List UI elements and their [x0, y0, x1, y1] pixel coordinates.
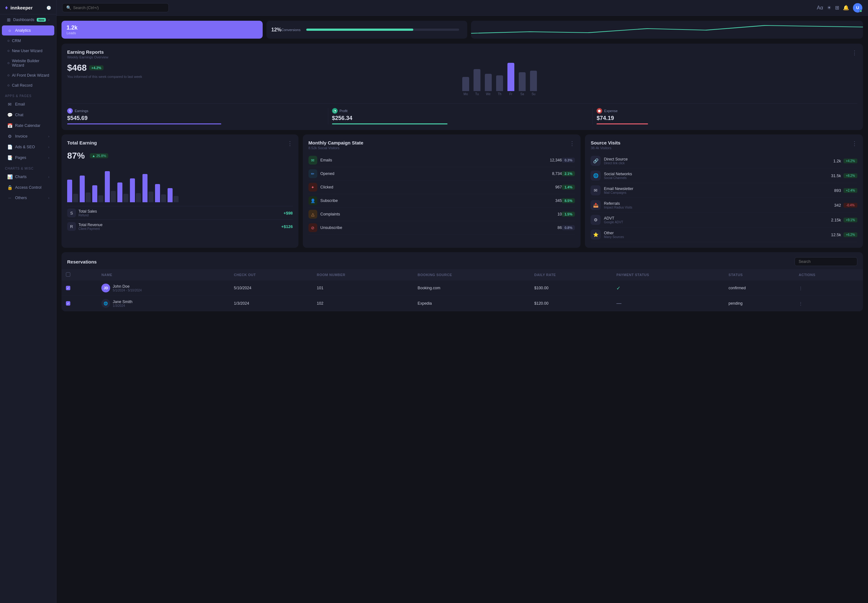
earning-reports-subtitle: Weekly Earnings Overview: [67, 55, 108, 59]
chevron-icon: ›: [48, 145, 49, 149]
source-row-email-newsletter: ✉ Email Newsletter Mail Campaigns 893 +2…: [590, 183, 857, 198]
bottom-row: Total Earning ⋮ 87% ▲ 25.8%: [62, 135, 863, 248]
sidebar-item-analytics[interactable]: ○ Analytics: [2, 25, 54, 36]
row-value: +$126: [281, 224, 293, 229]
translate-icon[interactable]: Aα: [817, 5, 823, 11]
sidebar-label-ads-seo: Ads & SEO: [15, 145, 46, 149]
sidebar-item-new-user-wizard[interactable]: New User Wizard: [2, 46, 54, 56]
sidebar-item-rate-calendar[interactable]: 📅 Rate Calendar: [2, 121, 54, 131]
sidebar-item-website-builder-wizard[interactable]: Website Builder Wizard: [2, 56, 54, 70]
clock-icon: 🕐: [46, 6, 51, 10]
invoice-icon: ⚙: [7, 134, 12, 139]
table-row: ✓ 🌐 Jane Smith 1/3/2024 1/3/2024 102 Exp…: [62, 296, 863, 311]
online-indicator: [860, 10, 862, 12]
search-bar[interactable]: 🔍: [62, 3, 169, 12]
sidebar-item-dashboards[interactable]: ⊞ Dashboards New ›: [2, 15, 54, 25]
campaign-row-opened: ✏ Opened 8,734 2.1%: [308, 167, 575, 181]
sidebar-item-email[interactable]: ✉ Email: [2, 99, 54, 109]
sidebar-item-crm[interactable]: CRM: [2, 36, 54, 46]
select-all-checkbox[interactable]: [66, 272, 70, 277]
row-actions-menu[interactable]: ⋮: [799, 302, 803, 306]
sidebar-label-others: Others: [15, 196, 46, 200]
campaign-name: Clicked: [321, 185, 546, 189]
source-sub: Mail Campaigns: [604, 191, 828, 195]
fin-label: S Earnings: [67, 108, 324, 114]
brightness-icon[interactable]: ☀: [827, 5, 831, 11]
campaign-pct: 1.5%: [562, 212, 575, 217]
campaign-count: 8,734: [546, 172, 562, 176]
search-input[interactable]: [73, 6, 165, 10]
fin-item-earnings: S Earnings $545.69: [67, 108, 328, 124]
bar: [519, 72, 526, 91]
rate-cell: $120.00: [530, 296, 612, 311]
earning-reports-card: Earning Reports Weekly Earnings Overview…: [62, 44, 863, 130]
source-badge: +9.1%: [843, 218, 857, 223]
progress-bar: [306, 29, 459, 31]
bell-icon[interactable]: 🔔: [843, 5, 849, 11]
col-header-7: STATUS: [724, 269, 795, 280]
sidebar-item-others[interactable]: ··· Others ›: [2, 193, 54, 203]
source-menu[interactable]: ⋮: [852, 140, 857, 147]
dot-icon: [8, 74, 9, 76]
campaign-row-subscribe: 👤 Subscribe 345 8.5%: [308, 194, 575, 207]
reservations-card: Reservations NAMECHECK OUTROOM NUMBERBOO…: [62, 252, 863, 311]
sidebar-item-ads-seo[interactable]: 📄 Ads & SEO ›: [2, 142, 54, 152]
sidebar-item-chat[interactable]: 💬 Chat: [2, 110, 54, 120]
campaign-pct: 8.5%: [562, 198, 575, 203]
campaign-menu[interactable]: ⋮: [569, 140, 575, 147]
col-header-2: CHECK OUT: [230, 269, 312, 280]
blue-bar: [80, 176, 85, 203]
guest-name: Jane Smith: [113, 300, 133, 304]
apps-section-label: APPS & PAGES: [0, 90, 56, 99]
source-icon: ⭐: [590, 230, 601, 240]
campaign-pct: 2.1%: [562, 171, 575, 176]
fin-progress: [67, 124, 221, 124]
table-body: ✓ JD John Doe 5/1/2024 - 5/10/2024 5/10/…: [62, 280, 863, 311]
campaign-icon: ✏: [308, 169, 317, 178]
sidebar-item-pages[interactable]: 📑 Pages ›: [2, 153, 54, 163]
conversions-card: 12% Conversions: [267, 21, 467, 39]
total-earning-menu[interactable]: ⋮: [287, 140, 293, 147]
bar-pair: [142, 174, 153, 202]
source-name: Email Newsletter: [604, 187, 828, 191]
sidebar-item-call-record[interactable]: Call Record: [2, 81, 54, 90]
bar-label: Mo: [464, 92, 468, 96]
row-checkbox[interactable]: ✓: [66, 286, 70, 290]
campaign-pct: 1.4%: [562, 185, 575, 190]
table-row: ✓ JD John Doe 5/1/2024 - 5/10/2024 5/10/…: [62, 280, 863, 296]
row-avatar: 🌐: [101, 299, 110, 308]
row-checkbox-cell: ✓: [62, 296, 97, 311]
charts-section-label: CHARTS & MISC: [0, 163, 56, 172]
total-earning-title: Total Earning: [67, 140, 97, 145]
campaign-count: 12,346: [546, 158, 562, 162]
bar-pair: [155, 184, 166, 203]
gray-bar: [174, 196, 179, 202]
fin-progress: [332, 124, 447, 124]
total-row-total-revenue: R Total Revenue Client Payment +$126: [67, 220, 293, 233]
sidebar-item-ai-front-desk-wizard[interactable]: AI Front Desk Wizard: [2, 71, 54, 80]
row-checkbox[interactable]: ✓: [66, 301, 70, 306]
source-rows: 🔗 Direct Source Direct link click 1.2k +…: [590, 153, 857, 242]
source-row-advt: ⚙ ADVT Google ADVT 2.15k +9.1%: [590, 213, 857, 227]
col-header-3: ROOM NUMBER: [312, 269, 413, 280]
sidebar-label-rate-calendar: Rate Calendar: [15, 124, 49, 128]
card-menu-icon[interactable]: ⋮: [852, 49, 857, 56]
sidebar-item-access-control[interactable]: 🔒 Access Control: [2, 182, 54, 193]
status-text: confirmed: [729, 286, 746, 290]
campaign-name: Subscribe: [321, 198, 546, 203]
sidebar-item-invoice[interactable]: ⚙ Invoice ›: [2, 131, 54, 141]
fin-value: $545.69: [67, 115, 324, 122]
sidebar-item-charts[interactable]: 📊 Charts ›: [2, 172, 54, 182]
avatar[interactable]: U: [853, 3, 862, 12]
campaign-icon: ✦: [308, 183, 317, 192]
earning-left: $468 +4.2% You informed of this week com…: [67, 63, 462, 102]
bar-label: Su: [532, 92, 535, 96]
reservations-search[interactable]: [795, 257, 857, 266]
row-actions-menu[interactable]: ⋮: [799, 286, 803, 291]
pages-icon: 📑: [7, 155, 12, 160]
grid-icon[interactable]: ⊞: [835, 5, 839, 11]
source-icon: ✉: [590, 185, 601, 195]
campaign-name: Unsubscribe: [321, 226, 546, 230]
col-header-0: [62, 269, 97, 280]
source-name: Other: [604, 231, 828, 235]
